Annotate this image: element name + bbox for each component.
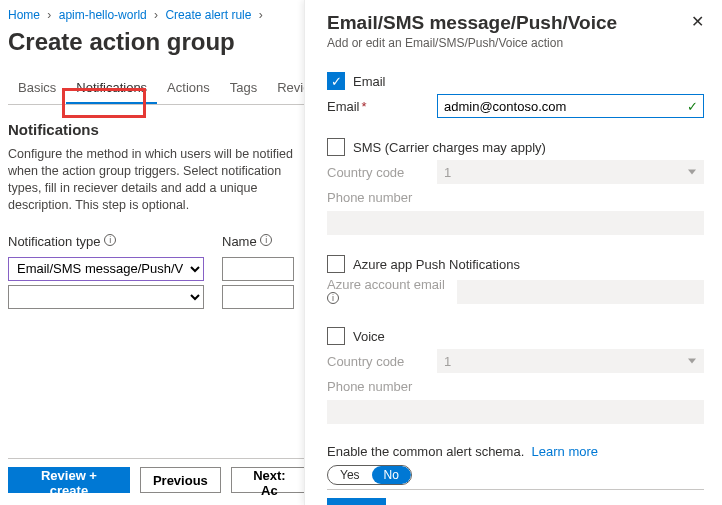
col-header-name: Name i [222,234,294,249]
country-code-label: Country code [327,165,437,180]
schema-text: Enable the common alert schema. Learn mo… [327,444,704,459]
col-header-type: Notification type i [8,234,204,249]
notification-name-input-1[interactable] [222,285,294,309]
info-icon[interactable]: i [104,234,116,246]
side-panel: Email/SMS message/Push/Voice Add or edit… [304,0,722,505]
tab-notifications[interactable]: Notifications [66,74,157,104]
panel-subtitle: Add or edit an Email/SMS/Push/Voice acti… [327,36,617,50]
voice-checkbox-label: Voice [353,329,385,344]
email-checkbox-label: Email [353,74,386,89]
section-heading: Notifications [8,121,308,138]
breadcrumb: Home › apim-hello-world › Create alert r… [8,8,308,22]
toggle-yes[interactable]: Yes [328,466,372,484]
tab-actions[interactable]: Actions [157,74,220,104]
chevron-right-icon: › [259,8,263,22]
section-description: Configure the method in which users will… [8,146,308,214]
close-icon[interactable]: ✕ [691,12,704,31]
push-checkbox-label: Azure app Push Notifications [353,257,520,272]
info-icon[interactable]: i [327,292,339,304]
page-title: Create action group [8,28,308,56]
crumb-apim[interactable]: apim-hello-world [59,8,147,22]
crumb-home[interactable]: Home [8,8,40,22]
email-field-label: Email* [327,99,437,114]
toggle-no[interactable]: No [372,466,411,484]
footer-buttons: Review + create Previous Next: Ac [8,458,308,493]
tab-strip: Basics Notifications Actions Tags Revie [8,74,308,105]
info-icon[interactable]: i [260,234,272,246]
push-email-input[interactable] [457,280,704,304]
sms-checkbox[interactable] [327,138,345,156]
phone-label: Phone number [327,379,437,394]
voice-country-code-select[interactable] [437,349,704,373]
notification-type-select-1[interactable] [8,285,204,309]
next-button[interactable]: Next: Ac [231,467,308,493]
notification-name-input-0[interactable] [222,257,294,281]
schema-toggle[interactable]: Yes No [327,465,412,485]
phone-label: Phone number [327,190,437,205]
email-field[interactable] [437,94,704,118]
push-checkbox[interactable] [327,255,345,273]
tab-tags[interactable]: Tags [220,74,267,104]
ok-button[interactable]: OK [327,498,386,505]
email-checkbox[interactable] [327,72,345,90]
tab-basics[interactable]: Basics [8,74,66,104]
previous-button[interactable]: Previous [140,467,221,493]
voice-checkbox[interactable] [327,327,345,345]
review-create-button[interactable]: Review + create [8,467,130,493]
sms-phone-input[interactable] [327,211,704,235]
sms-checkbox-label: SMS (Carrier charges may apply) [353,140,546,155]
voice-phone-input[interactable] [327,400,704,424]
country-code-label: Country code [327,354,437,369]
chevron-right-icon: › [47,8,51,22]
sms-country-code-select[interactable] [437,160,704,184]
notification-type-select-0[interactable]: Email/SMS message/Push/Voice [8,257,204,281]
check-icon: ✓ [687,99,698,114]
panel-title: Email/SMS message/Push/Voice [327,12,617,34]
learn-more-link[interactable]: Learn more [532,444,598,459]
push-email-label: Azure account email i [327,277,457,307]
chevron-right-icon: › [154,8,158,22]
crumb-rule[interactable]: Create alert rule [165,8,251,22]
